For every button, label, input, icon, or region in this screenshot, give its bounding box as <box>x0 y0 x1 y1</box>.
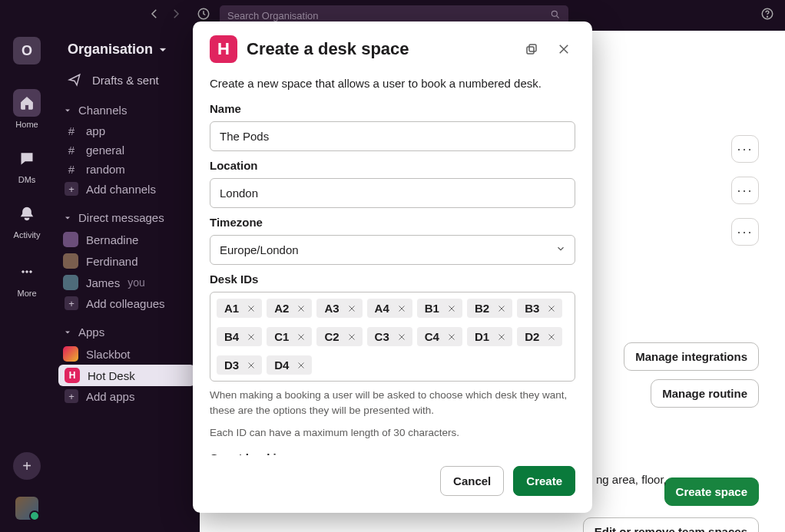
chip-label: A2 <box>274 302 289 315</box>
chip-label: A1 <box>224 302 239 315</box>
chip-label: D4 <box>274 359 289 372</box>
chip-remove-icon[interactable] <box>495 302 508 315</box>
create-desk-space-modal: H Create a desk space Create a new space… <box>193 21 592 513</box>
desk-id-chip[interactable]: B4 <box>217 327 262 346</box>
desk-id-chip[interactable]: A1 <box>217 299 262 318</box>
location-label: Location <box>210 159 575 172</box>
chip-remove-icon[interactable] <box>545 302 558 315</box>
chip-label: C4 <box>425 330 439 343</box>
modal-lead: Create a new space that allows a user to… <box>210 77 575 90</box>
desk-id-chip[interactable]: C2 <box>316 327 362 346</box>
timezone-label: Timezone <box>210 216 575 229</box>
guest-booking-label: Guest booking <box>210 451 575 455</box>
chip-label: B4 <box>224 330 239 343</box>
chip-remove-icon[interactable] <box>346 302 358 315</box>
desk-id-chip[interactable]: C1 <box>267 327 312 346</box>
desk-id-chip[interactable]: A3 <box>316 299 362 318</box>
timezone-select[interactable] <box>210 235 575 265</box>
desk-id-chip[interactable]: D1 <box>467 327 512 346</box>
chip-label: A4 <box>375 302 389 315</box>
chip-remove-icon[interactable] <box>245 302 257 315</box>
desk-id-chip[interactable]: B2 <box>467 299 512 318</box>
chip-label: A3 <box>324 302 339 315</box>
desk-id-chip[interactable]: B3 <box>517 299 562 318</box>
location-input[interactable] <box>210 178 575 208</box>
svg-rect-7 <box>529 45 536 51</box>
desk-id-chip[interactable]: A2 <box>267 299 312 318</box>
popout-button[interactable] <box>520 38 543 61</box>
desk-id-chip[interactable]: D2 <box>517 327 562 346</box>
close-button[interactable] <box>552 38 575 61</box>
name-input[interactable] <box>210 121 575 151</box>
modal-title: Create a desk space <box>247 39 511 59</box>
desk-id-chip[interactable]: B1 <box>417 299 462 318</box>
modal-overlay: H Create a desk space Create a new space… <box>0 0 785 532</box>
svg-rect-8 <box>527 47 534 54</box>
desk-ids-input[interactable]: A1A2A3A4B1B2B3B4C1C2C3C4D1D2D3D4 <box>210 292 575 382</box>
desk-id-chip[interactable]: C3 <box>367 327 412 346</box>
chip-label: D2 <box>525 330 539 343</box>
create-button[interactable]: Create <box>513 466 575 496</box>
chip-label: D3 <box>224 359 239 372</box>
chip-remove-icon[interactable] <box>445 302 458 315</box>
chip-remove-icon[interactable] <box>545 331 558 343</box>
desk-ids-label: Desk IDs <box>210 273 575 286</box>
chip-remove-icon[interactable] <box>346 331 358 343</box>
chip-remove-icon[interactable] <box>295 302 307 315</box>
chip-label: C3 <box>375 330 389 343</box>
app-logo: H <box>210 35 237 63</box>
chip-remove-icon[interactable] <box>295 359 307 372</box>
chip-remove-icon[interactable] <box>495 331 508 343</box>
chip-remove-icon[interactable] <box>445 331 458 343</box>
name-label: Name <box>210 102 575 115</box>
desk-help-2: Each ID can have a maximum length of 30 … <box>210 425 575 441</box>
chip-label: C1 <box>274 330 289 343</box>
chip-label: C2 <box>324 330 339 343</box>
chip-remove-icon[interactable] <box>396 302 408 315</box>
chip-remove-icon[interactable] <box>396 331 408 343</box>
chip-remove-icon[interactable] <box>295 331 307 343</box>
chip-label: D1 <box>475 330 489 343</box>
cancel-button[interactable]: Cancel <box>440 466 504 496</box>
chip-label: B3 <box>525 302 539 315</box>
desk-id-chip[interactable]: D3 <box>217 355 262 375</box>
chip-remove-icon[interactable] <box>245 331 257 343</box>
desk-id-chip[interactable]: A4 <box>367 299 412 318</box>
chip-label: B2 <box>475 302 489 315</box>
desk-help-1: When making a booking a user will be ask… <box>210 388 575 419</box>
desk-id-chip[interactable]: D4 <box>267 355 312 375</box>
chip-label: B1 <box>425 302 439 315</box>
chip-remove-icon[interactable] <box>245 359 257 372</box>
desk-id-chip[interactable]: C4 <box>417 327 462 346</box>
